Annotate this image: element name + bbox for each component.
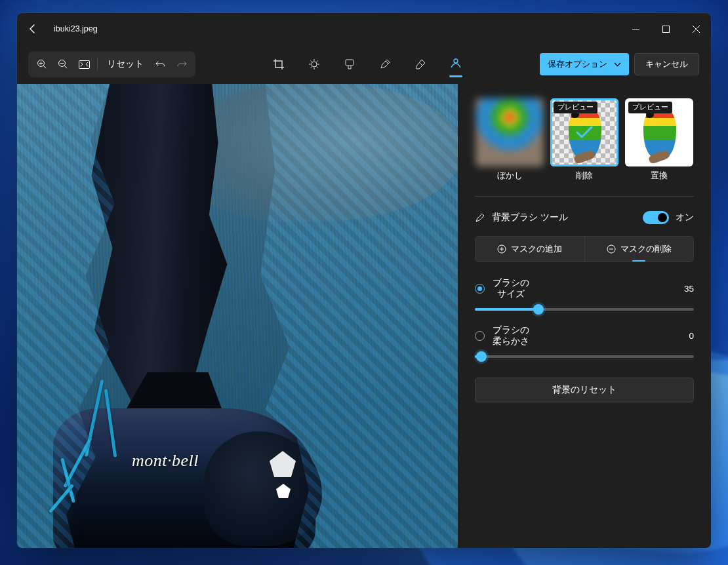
svg-rect-0 [662,26,669,32]
minus-circle-icon [607,244,616,254]
cancel-button[interactable]: キャンセル [634,53,699,75]
zoom-out-button[interactable] [52,54,73,75]
brush-tool-label: 背景ブラシ ツール [492,212,568,224]
reset-background-button[interactable]: 背景のリセット [475,378,694,402]
filter-tool[interactable] [340,51,359,77]
maximize-button[interactable] [651,13,681,45]
back-button[interactable] [17,13,49,45]
mask-overlay [17,84,458,548]
close-button[interactable] [681,13,711,45]
preview-badge: プレビュー [554,102,597,113]
photo-preview: mont·bell [17,84,458,548]
preview-badge: プレビュー [628,102,672,113]
size-radio[interactable] [475,284,485,294]
svg-rect-5 [346,60,354,66]
pencil-icon [475,212,485,223]
chevron-down-icon [614,62,621,67]
fit-button[interactable] [73,54,94,75]
save-options-button[interactable]: 保存オプション [540,53,629,75]
check-icon [576,126,593,139]
svg-point-4 [312,62,317,67]
softness-radio[interactable] [475,331,485,341]
toolbar: リセット 保存オプション キャンセル [17,45,711,84]
plus-circle-icon [497,244,506,254]
background-tool[interactable] [447,51,465,77]
titlebar: ibuki23.jpeg [17,13,711,45]
adjust-tool[interactable] [305,51,323,77]
undo-button[interactable] [150,54,171,75]
canvas[interactable]: mont·bell [17,84,458,548]
markup-tool[interactable] [376,51,394,77]
side-panel: ぼかし プレビュー 削除 プレビュー 置換 [458,84,711,548]
brush-toggle[interactable] [643,211,669,224]
reset-view-button[interactable]: リセット [100,54,150,75]
crop-tool[interactable] [270,51,288,77]
thumb-replace[interactable]: プレビュー 置換 [625,98,693,182]
zoom-in-button[interactable] [31,54,52,75]
brush-size-slider[interactable]: ブラシのサイズ 35 [475,278,694,311]
minimize-button[interactable] [620,13,651,45]
thumb-blur[interactable]: ぼかし [475,98,544,182]
brush-softness-slider[interactable]: ブラシの柔らかさ 0 [475,325,694,358]
toggle-state: オン [676,212,694,224]
add-mask-button[interactable]: マスクの追加 [475,237,585,262]
thumb-remove[interactable]: プレビュー 削除 [550,98,618,182]
app-window: ibuki23.jpeg リセット 保存オプション [17,13,711,548]
remove-mask-button[interactable]: マスクの削除 [585,237,694,262]
filename: ibuki23.jpeg [54,24,98,33]
erase-tool[interactable] [411,51,430,77]
redo-button[interactable] [171,54,192,75]
svg-rect-3 [79,60,89,68]
